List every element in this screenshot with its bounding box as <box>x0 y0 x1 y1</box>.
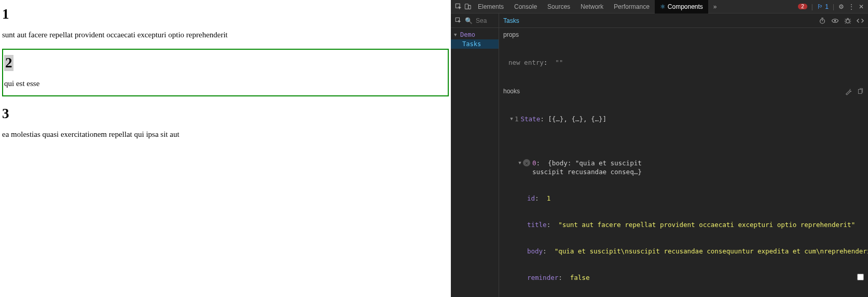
prop-key: reminder <box>527 273 558 282</box>
debug-icon[interactable] <box>844 17 851 24</box>
devtools-panel: Elements Console Sources Network Perform… <box>451 0 868 297</box>
tab-components-label: Components <box>668 3 703 10</box>
tab-components[interactable]: ⚛Components <box>655 0 708 13</box>
info-badge[interactable]: 🏳 1 <box>817 3 829 10</box>
delete-entry-icon[interactable]: ✕ <box>523 159 530 166</box>
devtools-tabbar: Elements Console Sources Network Perform… <box>451 0 868 13</box>
close-devtools-icon[interactable]: ✕ <box>859 3 864 10</box>
magic-wand-icon[interactable] <box>845 88 852 95</box>
prop-key[interactable]: new entry <box>508 59 544 66</box>
svg-point-5 <box>834 20 836 22</box>
tree-node-tasks[interactable]: Tasks <box>451 39 499 49</box>
array-index: 0 <box>532 159 536 167</box>
section-props-header: props <box>499 28 868 40</box>
hook-preview[interactable]: [{…}, {…}, {…}] <box>548 115 607 123</box>
copy-icon[interactable] <box>857 88 864 95</box>
task-item[interactable]: 3 ea molestias quasi exercitationem repe… <box>2 106 449 139</box>
task-title: ea molestias quasi exercitationem repell… <box>2 130 449 139</box>
tab-performance[interactable]: Performance <box>609 0 655 13</box>
tab-console[interactable]: Console <box>509 0 542 13</box>
caret-down-icon[interactable]: ▼ <box>517 159 523 167</box>
reminder-checkbox[interactable] <box>857 274 864 280</box>
prop-key: title <box>527 220 547 229</box>
rendered-page: 1 sunt aut facere repellat provident occ… <box>0 0 451 297</box>
tab-network[interactable]: Network <box>575 0 609 13</box>
caret-down-icon[interactable]: ▼ <box>508 115 515 123</box>
stopwatch-icon[interactable] <box>819 17 826 24</box>
prop-key: id <box>527 194 535 203</box>
section-hooks-header: hooks <box>499 84 868 97</box>
task-item[interactable]: 2 qui est esse <box>2 49 449 96</box>
tree-node-demo[interactable]: ▼ Demo <box>451 30 499 39</box>
prop-value[interactable]: 1 <box>547 194 551 203</box>
device-toolbar-icon[interactable] <box>463 3 473 10</box>
component-tree: ▼ Demo Tasks <box>451 28 499 297</box>
task-title: sunt aut facere repellat provident occae… <box>2 31 449 39</box>
inspector-pane: props new entry: "" hooks ▼ <box>499 28 868 297</box>
prop-value[interactable]: "" <box>555 59 563 66</box>
hook-key: State <box>521 115 541 123</box>
prop-value[interactable]: "sunt aut facere repellat provident occa… <box>558 220 855 229</box>
devtools-toolbar: 🔍 Tasks <box>451 13 868 28</box>
tab-elements[interactable]: Elements <box>473 0 509 13</box>
settings-icon[interactable]: ⚙ <box>838 3 844 10</box>
search-icon: 🔍 <box>465 17 473 24</box>
more-icon[interactable]: ⋮ <box>848 3 855 10</box>
svg-rect-1 <box>465 4 468 9</box>
tree-node-label: Demo <box>460 31 475 38</box>
element-picker-icon[interactable] <box>455 17 462 24</box>
task-id: 2 <box>4 55 13 71</box>
react-icon: ⚛ <box>660 3 666 10</box>
hook-number: 1 <box>515 115 519 123</box>
svg-point-6 <box>846 19 849 23</box>
svg-rect-2 <box>469 5 471 9</box>
tabs-overflow[interactable]: » <box>708 0 722 13</box>
inspect-element-icon[interactable] <box>454 3 463 10</box>
task-item[interactable]: 1 sunt aut facere repellat provident occ… <box>2 6 449 39</box>
caret-down-icon[interactable]: ▼ <box>454 32 458 37</box>
eye-icon[interactable] <box>831 17 839 24</box>
divider: | <box>833 3 834 10</box>
prop-value[interactable]: false <box>570 273 590 282</box>
task-title: qui est esse <box>4 79 447 88</box>
task-id: 3 <box>2 106 449 122</box>
prop-value[interactable]: "quia et suscipit\nsuscipit recusandae c… <box>555 247 868 256</box>
tab-sources[interactable]: Sources <box>542 0 575 13</box>
svg-rect-7 <box>858 89 862 93</box>
error-count-badge[interactable]: 2 <box>798 4 807 9</box>
prop-key: body <box>527 247 543 256</box>
view-source-icon[interactable] <box>857 17 864 24</box>
object-preview[interactable]: {body: "quia et suscipit suscipit recusa… <box>532 159 642 176</box>
inspected-component-name: Tasks <box>503 17 519 24</box>
task-id: 1 <box>2 6 449 22</box>
divider: | <box>811 3 813 10</box>
component-search-input[interactable] <box>476 17 497 24</box>
tree-node-label: Tasks <box>462 40 481 48</box>
